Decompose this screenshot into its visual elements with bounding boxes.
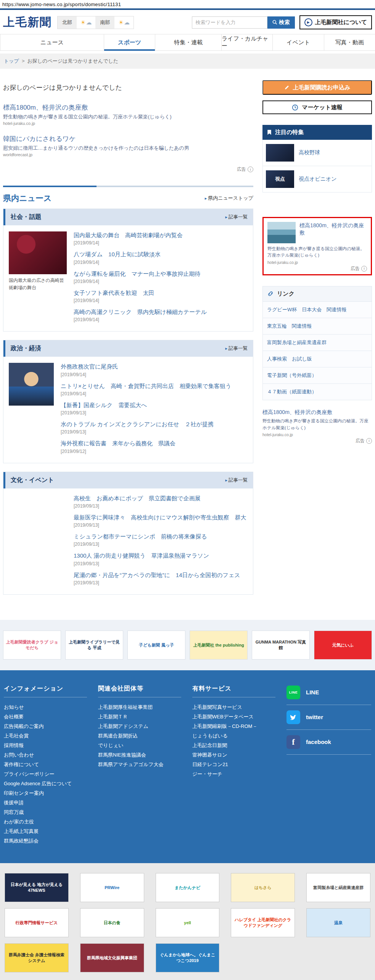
- portrait-photo[interactable]: [9, 363, 54, 406]
- footer-link[interactable]: 会社概要: [4, 712, 98, 721]
- article-link[interactable]: 女子ソフト豪代表を歓迎 太田: [74, 289, 248, 297]
- article-link[interactable]: 高校生 お薦め本にポップ 県立図書館で企画展: [74, 495, 248, 502]
- banner-tile[interactable]: 群馬弁護士会 弁護士情報検索システム: [5, 943, 69, 972]
- footer-link[interactable]: Google Adsence 広告について: [4, 779, 98, 788]
- ad-info-icon[interactable]: i: [366, 438, 372, 444]
- banner-tile[interactable]: 富岡製糸場と絹産業遺産群: [306, 873, 370, 902]
- sns-facebook-link[interactable]: f facebook: [286, 735, 371, 755]
- footer-link[interactable]: 上毛新聞WEBデータベース: [192, 712, 286, 721]
- partner-logo[interactable]: 上毛新聞ライブラリーで見る 平成: [65, 631, 123, 660]
- breadcrumb-home-link[interactable]: トップ: [4, 58, 19, 64]
- footer-link[interactable]: でりじぇい: [98, 741, 192, 750]
- ad-title[interactable]: 標高1800m、軽井沢の奥座敷: [299, 222, 367, 243]
- partner-logo[interactable]: 上毛新聞社 the publishing: [190, 631, 248, 660]
- footer-link[interactable]: わが家の主役: [4, 817, 98, 826]
- footer-link[interactable]: お知らせ: [4, 702, 98, 712]
- article-link[interactable]: 海外視察に報告書 来年から義務化 県議会: [61, 440, 248, 447]
- footer-link[interactable]: 上毛新聞ＴＲ: [98, 712, 192, 721]
- sidebar-link[interactable]: 富岡製糸場と絹産業遺産群: [262, 335, 372, 351]
- footer-link[interactable]: 同窓万歳: [4, 807, 98, 817]
- text-ad[interactable]: 標高1800m、軽井沢の奥座敷 野生動物の鳴き声が響き渡る国立公園内の秘湯。万座…: [3, 103, 253, 126]
- banner-tile[interactable]: PRWire: [80, 873, 144, 902]
- banner-tile[interactable]: ぐんまから地球へ。ぐんまこつこつ2019: [156, 943, 220, 972]
- article-list-link[interactable]: ▸ 記事一覧: [225, 345, 248, 352]
- footer-link[interactable]: 上毛新聞厚生福祉事業団: [98, 702, 192, 712]
- article-link[interactable]: 水のトラブル カインズとクラシアンにお任せ ２社が提携: [61, 420, 248, 428]
- banner-tile[interactable]: 温泉: [306, 908, 370, 937]
- article-link[interactable]: 最新医学に興味津々 高校生向けにマウス解剖や寄生虫観察 群大: [74, 514, 248, 521]
- footer-link[interactable]: 群馬県NIE推進協議会: [98, 750, 192, 760]
- nav-tab[interactable]: イベント: [272, 34, 323, 50]
- footer-link[interactable]: 上毛紙上写真展: [4, 826, 98, 836]
- article-link[interactable]: ニトリ×とりせん 高崎・倉賀野に共同出店 相乗効果で集客狙う: [61, 382, 248, 390]
- article-link[interactable]: 尾瀬の郷・片品を“アカペラの聖地”に 14日から全国初のフェス: [74, 571, 248, 579]
- ad-title[interactable]: 標高1800m、軽井沢の奥座敷: [262, 409, 372, 416]
- sns-line-link[interactable]: LINE LINE: [286, 686, 371, 705]
- search-input[interactable]: [192, 16, 267, 29]
- footer-link[interactable]: 上毛社会賞: [4, 731, 98, 741]
- nav-tab[interactable]: 写真・動画: [324, 34, 375, 50]
- nav-tab[interactable]: スポーツ: [104, 34, 155, 50]
- footer-link[interactable]: ジー・サーチ: [192, 769, 286, 779]
- sns-twitter-link[interactable]: twitter: [286, 710, 371, 730]
- market-news-button[interactable]: マーケット速報: [262, 100, 372, 114]
- sidebar-link[interactable]: 電子新聞（号外紙面）: [262, 367, 372, 384]
- footer-link[interactable]: 日経テレコン21: [192, 760, 286, 769]
- footer-link[interactable]: 印刷センター案内: [4, 788, 98, 798]
- footer-link[interactable]: 後援申請: [4, 798, 98, 807]
- search-button[interactable]: 検索: [267, 16, 295, 29]
- article-link[interactable]: ながら運転を厳罰化 マナー向上や事故抑止期待: [74, 270, 248, 278]
- highlighted-ad[interactable]: 標高1800m、軽井沢の奥座敷 野生動物の鳴き声が響き渡る国立公園内の秘湯。万座…: [262, 217, 372, 275]
- article-list-link[interactable]: ▸ 記事一覧: [225, 477, 248, 484]
- partner-logo[interactable]: GUNMA MARATHON 写真館: [252, 631, 310, 660]
- text-ad[interactable]: 韓国にバカにされるワケ 慰安婦に徴用工…まかり通るウソの歴史きっかけを作ったのは…: [3, 135, 253, 157]
- footer-link[interactable]: 上毛記念日新聞: [192, 741, 286, 750]
- article-link[interactable]: ミシュラン都市テーマにシンポ 前橋の将来像探る: [74, 533, 248, 540]
- footer-link[interactable]: 広告掲載のご案内: [4, 721, 98, 731]
- footer-link[interactable]: 群馬政経懇話会: [4, 836, 98, 846]
- footer-link[interactable]: 上毛新聞写真サービス: [192, 702, 286, 712]
- banner-tile[interactable]: はちさら: [231, 873, 295, 902]
- sidebar-link[interactable]: ラグビーW杯 日本大会 関連情報: [262, 302, 372, 318]
- banner-tile[interactable]: 日本の食: [80, 908, 144, 937]
- featured-row[interactable]: 視点 視点オピニオン: [262, 166, 372, 192]
- sidebar-link[interactable]: ４７動画（紙面連動）: [262, 384, 372, 400]
- banner-tile[interactable]: yell: [156, 908, 220, 937]
- banner-tile[interactable]: 行政専門情報サービス: [5, 908, 69, 937]
- footer-link[interactable]: 雷神囲碁サロン: [192, 750, 286, 760]
- article-link[interactable]: 高崎の高瀬クリニック 県内先駆け極細カテーテル: [74, 308, 248, 316]
- kennai-top-link[interactable]: ▸ 県内ニューストップ: [205, 195, 253, 202]
- footer-link[interactable]: 群馬県アマチュアゴルフ大会: [98, 760, 192, 769]
- banner-tile[interactable]: 日本が見える 地方が見える 47NEWS: [5, 873, 69, 902]
- banner-tile[interactable]: ハレブタイ 上毛新聞社のクラウドファンディング: [231, 908, 295, 937]
- ad-info-icon[interactable]: i: [361, 266, 367, 272]
- article-link[interactable]: 【新番】国産シルク 需要拡大へ: [61, 401, 248, 409]
- theater-photo[interactable]: [9, 231, 67, 274]
- ad-info-icon[interactable]: i: [248, 167, 253, 172]
- ad-title[interactable]: 標高1800m、軽井沢の奥座敷: [3, 103, 253, 112]
- footer-link[interactable]: じょうもばいる: [192, 731, 286, 741]
- partner-logo[interactable]: 上毛新聞愛読者クラブ ジョモだち: [3, 631, 61, 660]
- banner-tile[interactable]: またかんナビ: [156, 873, 220, 902]
- featured-row[interactable]: 高校野球: [262, 140, 372, 166]
- footer-link[interactable]: 上毛新聞アドシステム: [98, 721, 192, 731]
- nav-tab[interactable]: 特集・連載: [155, 34, 221, 50]
- footer-link[interactable]: お問い合わせ: [4, 750, 98, 760]
- footer-link[interactable]: 上毛新聞縮刷版－CD-ROM－: [192, 721, 286, 731]
- footer-link[interactable]: 採用情報: [4, 741, 98, 750]
- article-list-link[interactable]: ▸ 記事一覧: [225, 214, 248, 220]
- site-logo[interactable]: 上毛新聞: [3, 15, 52, 30]
- article-link[interactable]: 国内最大級の舞台 高崎芸術劇場が内覧会: [74, 231, 248, 239]
- subscribe-button[interactable]: 上毛新聞購読お申込み: [262, 80, 372, 95]
- article-link[interactable]: 八ツ場ダム 10月上旬に試験淡水: [74, 251, 248, 258]
- article-link[interactable]: 1300人 湯の街走り健脚競う 草津温泉熱湯マラソン: [74, 552, 248, 560]
- sidebar-link[interactable]: 東京五輪 関連情報: [262, 318, 372, 335]
- article-link[interactable]: 外務政務次官に尾身氏: [61, 363, 248, 370]
- partner-logo[interactable]: 子ども新聞 風っ子: [127, 631, 185, 660]
- ad-title[interactable]: 韓国にバカにされるワケ: [3, 135, 253, 143]
- warehouse-photo[interactable]: [9, 495, 67, 537]
- about-button[interactable]: ▶ 上毛新聞社について: [299, 15, 372, 29]
- nav-tab[interactable]: ライフ・カルチャー: [221, 34, 272, 50]
- sidebar-link[interactable]: 人事検索 お試し版: [262, 351, 372, 367]
- sidebar-bottom-ad[interactable]: 標高1800m、軽井沢の奥座敷 野生動物の鳴き声が響き渡る国立公園内の秘湯。万座…: [262, 409, 372, 444]
